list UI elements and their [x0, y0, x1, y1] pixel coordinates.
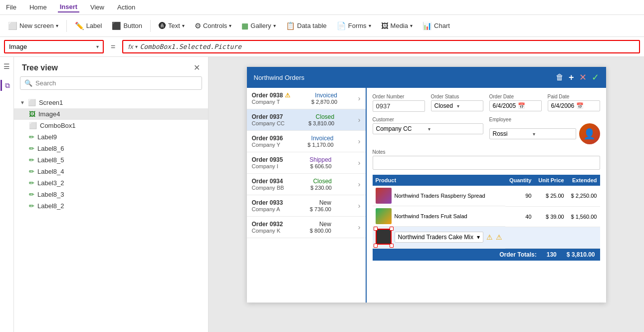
- tree-item-label8-2[interactable]: ✏ Label8_2: [14, 200, 208, 212]
- tree-item-label8-5[interactable]: ✏ Label8_5: [14, 154, 208, 166]
- media-chevron-icon: ▾: [410, 23, 413, 28]
- order-number: Order 0936: [252, 135, 283, 142]
- tree-title: Tree view: [22, 63, 58, 72]
- formula-name-box[interactable]: Image ▾: [4, 40, 104, 53]
- order-number: Order 0938 ⚠: [252, 92, 291, 99]
- orders-list: Order 0938 ⚠ Company T Invoiced $ 2,870.…: [247, 88, 367, 303]
- separator2: [150, 20, 151, 32]
- menu-insert[interactable]: Insert: [58, 2, 79, 12]
- add-icon[interactable]: +: [569, 72, 574, 83]
- search-icon: 🔍: [24, 79, 32, 87]
- controls-button[interactable]: ⚙ Controls ▾: [191, 19, 235, 32]
- order-number: Order 0937: [252, 113, 285, 120]
- app-preview: Northwind Orders 🗑 + ✕ ✓ Order 0938: [247, 67, 606, 303]
- label-icon: ✏: [29, 168, 34, 175]
- close-icon[interactable]: ✕: [579, 72, 587, 83]
- gallery-button[interactable]: ▦ Gallery ▾: [237, 19, 279, 32]
- label-icon: ✏: [29, 179, 34, 187]
- new-screen-button[interactable]: ⬜ New screen ▾: [4, 19, 62, 32]
- formula-fx-box[interactable]: fx ▾ ComboBox1.Selected.Picture: [122, 40, 640, 53]
- sidebar-layers-icon[interactable]: ⧉: [0, 80, 13, 91]
- employee-field: Employee Rossi ▾ 👤: [489, 117, 600, 144]
- tree-item-label8-4[interactable]: ✏ Label8_4: [14, 166, 208, 177]
- order-left: Order 0935 Company I: [252, 156, 283, 169]
- trash-icon[interactable]: 🗑: [556, 73, 564, 82]
- forms-button[interactable]: 📄 Forms ▾: [333, 19, 375, 32]
- order-amount: $ 1,170.00: [308, 142, 334, 148]
- order-item[interactable]: Order 0934 Company BB Closed $ 230.00 ›: [247, 174, 366, 195]
- employee-value: Rossi: [493, 130, 533, 137]
- menu-action[interactable]: Action: [115, 2, 137, 12]
- data-table-icon: 📋: [286, 21, 295, 30]
- fx-chevron-icon: ▾: [135, 44, 138, 49]
- tree-item-label3-2[interactable]: ✏ Label3_2: [14, 177, 208, 189]
- order-item[interactable]: Order 0932 Company K New $ 800.00 ›: [247, 217, 366, 238]
- tree-item-image4[interactable]: 🖼 Image4: [14, 108, 208, 120]
- notes-textarea[interactable]: [373, 156, 600, 170]
- label-icon: ✏: [29, 156, 34, 164]
- totals-qty: 130: [547, 251, 557, 258]
- notes-label: Notes: [373, 149, 600, 155]
- tree-item-label8-6[interactable]: ✏ Label8_6: [14, 143, 208, 154]
- order-status-value: Closed: [434, 102, 457, 109]
- text-button[interactable]: 🅐 Text ▾: [155, 19, 189, 32]
- menu-home[interactable]: Home: [27, 2, 49, 12]
- order-amount: $ 3,810.00: [308, 120, 334, 126]
- label-icon: ✏: [29, 191, 34, 198]
- order-status: Shipped: [310, 156, 332, 163]
- chevron-right-icon: ›: [358, 137, 361, 145]
- product-extended-cell: $ 2,250.00: [567, 186, 600, 206]
- order-item[interactable]: Order 0936 Company Y Invoiced $ 1,170.00…: [247, 131, 366, 152]
- search-input[interactable]: [35, 79, 198, 87]
- button-button[interactable]: ⬛ Button: [108, 19, 146, 32]
- order-number-field: Order Number 0937: [373, 94, 425, 112]
- menu-file[interactable]: File: [4, 2, 18, 12]
- product-name-cell: Northwind Traders Cake Mix ▾ ⚠ ⚠: [373, 227, 506, 248]
- order-amount: $ 606.50: [310, 163, 332, 169]
- menu-view[interactable]: View: [88, 2, 106, 12]
- formula-name-chevron-icon: ▾: [96, 44, 99, 49]
- order-item[interactable]: Order 0937 Company CC Closed $ 3,810.00 …: [247, 109, 366, 131]
- text-icon: 🅐: [159, 21, 166, 30]
- order-item[interactable]: Order 0935 Company I Shipped $ 606.50 ›: [247, 152, 366, 174]
- order-number: Order 0934: [252, 178, 284, 185]
- resize-handle-tr[interactable]: [390, 227, 394, 231]
- data-table-button[interactable]: 📋 Data table: [282, 19, 331, 32]
- resize-handle-br[interactable]: [390, 244, 394, 248]
- avatar: 👤: [579, 123, 600, 144]
- order-date-input[interactable]: 6/4/2005 📅: [489, 100, 542, 111]
- tree-item-label9[interactable]: ✏ Label9: [14, 131, 208, 143]
- order-number-label: Order Number: [373, 94, 425, 99]
- resize-handle-bl[interactable]: [374, 244, 378, 248]
- tree-search[interactable]: 🔍: [20, 76, 202, 90]
- totals-label: Order Totals:: [499, 251, 536, 258]
- chart-button[interactable]: 📊 Chart: [419, 19, 454, 32]
- tree-item-combobox1[interactable]: ⬜ ComboBox1: [14, 120, 208, 131]
- paid-date-value: 6/4/2006: [551, 102, 575, 109]
- tree-item-screen1[interactable]: ▼ ⬜ Screen1: [14, 97, 208, 108]
- order-item[interactable]: Order 0938 ⚠ Company T Invoiced $ 2,870.…: [247, 88, 366, 109]
- table-row: Northwind Traders Raspberry Spread 90 $ …: [373, 186, 600, 206]
- check-icon[interactable]: ✓: [592, 72, 599, 83]
- product-extended-cell: [567, 227, 600, 248]
- tree-item-label8-3[interactable]: ✏ Label8_3: [14, 189, 208, 200]
- resize-handle-tl[interactable]: [374, 227, 378, 231]
- product-table: Product Quantity Unit Price Extended Nor…: [373, 175, 600, 249]
- customer-select[interactable]: Company CC ▾: [373, 123, 483, 134]
- product-name-cell: Northwind Traders Raspberry Spread: [373, 186, 506, 206]
- media-button[interactable]: 🖼 Media ▾: [377, 19, 417, 32]
- image-icon: 🖼: [29, 110, 35, 118]
- employee-select[interactable]: Rossi ▾: [489, 128, 576, 139]
- paid-date-input[interactable]: 6/4/2006 📅: [548, 100, 600, 111]
- tree-close-button[interactable]: ✕: [194, 63, 200, 72]
- tree-header: Tree view ✕: [14, 57, 208, 76]
- formula-equals-sign: =: [108, 42, 118, 51]
- order-status-field: Order Status Closed ▾: [431, 94, 483, 112]
- label-button[interactable]: ✏️ Label: [71, 19, 106, 32]
- employee-label: Employee: [489, 117, 600, 122]
- order-item[interactable]: Order 0933 Company A New $ 736.00 ›: [247, 195, 366, 217]
- sidebar-menu-icon[interactable]: ☰: [1, 61, 12, 72]
- order-company: Company BB: [252, 185, 284, 191]
- order-status-select[interactable]: Closed ▾: [431, 100, 483, 111]
- product-combobox[interactable]: Northwind Traders Cake Mix ▾: [395, 232, 484, 243]
